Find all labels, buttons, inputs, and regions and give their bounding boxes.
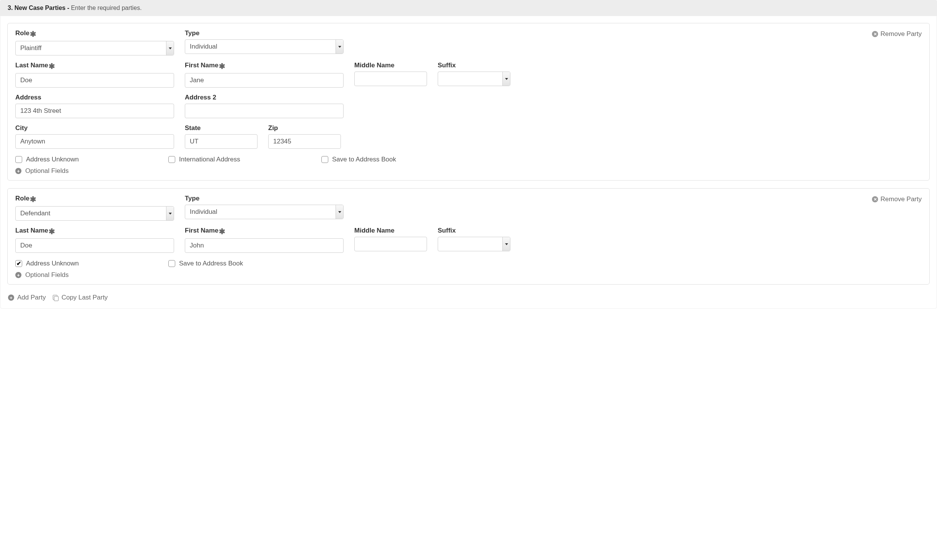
role-label: Role✱ [15,29,174,39]
zip-field: Zip [268,124,341,149]
step-title: New Case Parties - [15,5,69,11]
suffix-label: Suffix [438,227,510,234]
remove-party-button[interactable]: ✕ Remove Party [872,29,922,38]
close-icon: ✕ [872,196,878,202]
required-asterisk-icon: ✱ [49,227,55,236]
middle-name-label: Middle Name [354,227,427,234]
address-unknown-checkbox-item: Address Unknown [15,260,145,267]
save-address-book-checkbox-item: Save to Address Book [321,156,396,163]
suffix-label: Suffix [438,62,510,69]
close-icon: ✕ [872,31,878,37]
role-select[interactable]: Plaintiff [15,41,174,55]
required-asterisk-icon: ✱ [219,62,225,70]
optional-fields-toggle[interactable]: + Optional Fields [15,167,922,175]
address-unknown-checkbox[interactable] [15,156,22,163]
address2-label: Address 2 [185,94,344,101]
save-address-book-checkbox[interactable] [168,260,175,267]
plus-icon: + [8,295,14,301]
role-label: Role✱ [15,195,174,204]
first-name-input[interactable] [185,238,344,253]
last-name-input[interactable] [15,73,174,88]
first-name-input[interactable] [185,73,344,88]
party-card: Role✱ Defendant Type Individual ✕ Remove… [7,188,930,285]
international-address-label: International Address [179,156,240,163]
city-field: City [15,124,174,149]
save-address-book-label: Save to Address Book [332,156,396,163]
suffix-select[interactable] [438,72,510,86]
plus-icon: + [15,272,21,278]
address-unknown-label: Address Unknown [26,260,79,267]
role-field: Role✱ Plaintiff [15,29,174,55]
first-name-field: First Name✱ [185,227,344,253]
address2-input[interactable] [185,104,344,118]
middle-name-input[interactable] [354,72,427,86]
add-party-button[interactable]: + Add Party [8,294,46,301]
last-name-label: Last Name✱ [15,227,174,236]
step-number: 3. [8,5,13,11]
copy-last-party-button[interactable]: Copy Last Party [53,294,108,301]
required-asterisk-icon: ✱ [219,227,225,236]
address-input[interactable] [15,104,174,118]
address-field: Address [15,94,174,118]
type-label: Type [185,29,344,37]
first-name-field: First Name✱ [185,62,344,88]
plus-icon: + [15,168,21,174]
optional-fields-toggle[interactable]: + Optional Fields [15,271,922,279]
last-name-field: Last Name✱ [15,62,174,88]
international-address-checkbox[interactable] [168,156,175,163]
first-name-label: First Name✱ [185,62,344,71]
zip-label: Zip [268,124,341,132]
checkbox-row: Address Unknown Save to Address Book [15,260,922,267]
suffix-field: Suffix [438,227,510,251]
last-name-label: Last Name✱ [15,62,174,71]
save-address-book-label: Save to Address Book [179,260,243,267]
type-field: Type Individual [185,29,344,54]
state-input[interactable] [185,134,257,149]
middle-name-label: Middle Name [354,62,427,69]
international-address-checkbox-item: International Address [168,156,298,163]
last-name-input[interactable] [15,238,174,253]
footer-actions: + Add Party Copy Last Party [7,292,930,301]
required-asterisk-icon: ✱ [30,195,36,203]
role-field: Role✱ Defendant [15,195,174,221]
first-name-label: First Name✱ [185,227,344,236]
parties-container: Role✱ Plaintiff Type Individual ✕ Remove… [0,16,937,309]
address-label: Address [15,94,174,101]
remove-party-button[interactable]: ✕ Remove Party [872,195,922,203]
role-select[interactable]: Defendant [15,206,174,221]
address-unknown-checkbox[interactable] [15,260,22,267]
last-name-field: Last Name✱ [15,227,174,253]
city-label: City [15,124,174,132]
save-address-book-checkbox[interactable] [321,156,328,163]
required-asterisk-icon: ✱ [30,30,36,38]
type-label: Type [185,195,344,202]
party-card: Role✱ Plaintiff Type Individual ✕ Remove… [7,23,930,181]
section-header: 3. New Case Parties - Enter the required… [0,0,937,16]
middle-name-field: Middle Name [354,227,427,251]
address-unknown-label: Address Unknown [26,156,79,163]
step-subtitle: Enter the required parties. [71,5,142,11]
state-field: State [185,124,257,149]
address-unknown-checkbox-item: Address Unknown [15,156,145,163]
save-address-book-checkbox-item: Save to Address Book [168,260,243,267]
type-select[interactable]: Individual [185,39,344,54]
type-field: Type Individual [185,195,344,219]
address2-field: Address 2 [185,94,344,118]
middle-name-field: Middle Name [354,62,427,86]
zip-input[interactable] [268,134,341,149]
suffix-select[interactable] [438,237,510,251]
required-asterisk-icon: ✱ [49,62,55,70]
state-label: State [185,124,257,132]
copy-icon [53,295,59,301]
middle-name-input[interactable] [354,237,427,251]
suffix-field: Suffix [438,62,510,86]
type-select[interactable]: Individual [185,205,344,219]
city-input[interactable] [15,134,174,149]
checkbox-row: Address Unknown International Address Sa… [15,156,922,163]
